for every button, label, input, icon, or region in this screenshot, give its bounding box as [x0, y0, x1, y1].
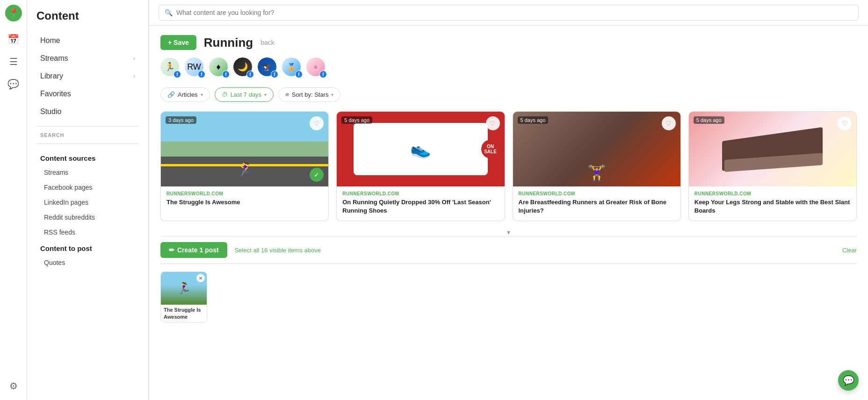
search-input-wrap[interactable]: 🔍 [159, 5, 859, 21]
card-title-3: Are Breastfeeding Runners at Greater Ris… [519, 198, 675, 215]
action-bar: ✏ Create 1 post Select all 16 visible it… [160, 236, 857, 264]
sidebar-item-label: Studio [40, 107, 61, 116]
card-body-3: RUNNERSWORLD.COM Are Breastfeeding Runne… [513, 186, 680, 221]
sidebar-item-streams[interactable]: Streams › [36, 50, 139, 67]
filter-row: 🔗 Articles ▾ ⏱ Last 7 days ▾ ≡ Sort by: … [160, 87, 857, 102]
on-sale-badge: ONSALE [481, 140, 500, 158]
sidebar-title: Content [36, 9, 139, 22]
content-area: + Save Running back 🏃 f RW f ♦ [149, 26, 868, 400]
chat-bubble-button[interactable]: 💬 [838, 370, 859, 391]
nav-list[interactable]: ☰ [4, 52, 23, 71]
card-image-4: 5 days ago ♡ [689, 112, 856, 186]
link-icon: 🔗 [167, 91, 175, 98]
sidebar-item-label: Streams [40, 54, 68, 63]
card-body-1: RUNNERSWORLD.COM The Struggle Is Awesome [161, 186, 328, 212]
avatar-7[interactable]: 🌸 f [306, 57, 327, 78]
card-2: 👟 5 days ago ♡ ONSALE RUNNERSWORLD.COM O… [336, 111, 505, 221]
avatar-5[interactable]: 🦅 f [258, 57, 278, 78]
content-to-post-title: Content to post [36, 240, 139, 255]
chat-icon: 💬 [843, 375, 854, 386]
card-3: 🏋️‍♀️ 5 days ago ♡ RUNNERSWORLD.COM Are … [513, 111, 681, 221]
content-sources-title: Content sources [36, 150, 139, 165]
card-heart-2[interactable]: ♡ [486, 116, 500, 130]
avatar-3[interactable]: ♦ f [209, 57, 230, 78]
card-age-2: 5 days ago [341, 116, 372, 124]
save-button[interactable]: + Save [160, 35, 196, 50]
filter-sort[interactable]: ≡ Sort by: Stars ▾ [278, 87, 340, 102]
card-source-1: RUNNERSWORLD.COM [166, 191, 323, 196]
nav-settings[interactable]: ⚙ [4, 377, 23, 395]
fb-badge: f [222, 71, 230, 78]
card-body-2: RUNNERSWORLD.COM On Running Quietly Drop… [337, 186, 504, 221]
sidebar-item-favorites[interactable]: Favorites [36, 85, 139, 103]
card-age-4: 5 days ago [694, 116, 724, 124]
fb-badge: f [246, 71, 254, 78]
card-1: 🏃‍♀️ 3 days ago ♡ ✓ RUNNERSWORLD.COM The… [160, 111, 329, 221]
search-input[interactable] [176, 9, 853, 16]
message-icon: 💬 [7, 79, 19, 90]
chevron-right-icon: › [133, 55, 135, 62]
filter-timerange[interactable]: ⏱ Last 7 days ▾ [215, 87, 274, 102]
search-icon: 🔍 [165, 9, 173, 16]
sidebar-item-rss[interactable]: RSS feeds [36, 225, 139, 240]
app-logo[interactable]: 📍 [5, 5, 22, 21]
avatar-row: 🏃 f RW f ♦ f 🌙 f [160, 57, 857, 78]
nav-message[interactable]: 💬 [4, 75, 23, 93]
fb-badge: f [198, 71, 205, 78]
card-title-1: The Struggle Is Awesome [166, 198, 323, 207]
card-image-1: 🏃‍♀️ 3 days ago ♡ ✓ [161, 112, 328, 186]
fb-badge: f [295, 71, 303, 78]
content-header: + Save Running back [160, 35, 857, 50]
card-image-3: 🏋️‍♀️ 5 days ago ♡ [513, 112, 680, 186]
avatar-4[interactable]: 🌙 f [233, 57, 254, 78]
sidebar-item-home[interactable]: Home [36, 32, 139, 50]
chevron-down-icon: ▾ [201, 92, 203, 97]
nav-calendar[interactable]: 📅 [4, 30, 23, 49]
icon-bar: 📍 📅 ☰ 💬 ⚙ [0, 0, 27, 400]
card-heart-3[interactable]: ♡ [662, 116, 676, 130]
main-area: 🔍 + Save Running back 🏃 f RW f [149, 0, 868, 400]
sidebar-item-label: Favorites [40, 90, 71, 98]
card-source-3: RUNNERSWORLD.COM [519, 191, 675, 196]
sidebar-item-linkedin[interactable]: LinkedIn pages [36, 195, 139, 210]
sidebar-divider [36, 126, 139, 127]
sidebar-item-quotes[interactable]: Quotes [36, 255, 139, 270]
pin-icon: 📍 [8, 8, 19, 18]
sidebar-item-facebook[interactable]: Facebook pages [36, 180, 139, 195]
filter-sort-label: Sort by: Stars [292, 91, 329, 98]
gear-icon: ⚙ [9, 380, 18, 392]
card-image-2: 👟 5 days ago ♡ ONSALE [337, 112, 504, 186]
card-title-2: On Running Quietly Dropped 30% Off 'Last… [342, 198, 499, 215]
filter-articles-label: Articles [178, 91, 198, 98]
sidebar-item-reddit[interactable]: Reddit subreddits [36, 210, 139, 225]
pencil-icon: ✏ [169, 246, 174, 254]
list-icon: ☰ [9, 56, 18, 67]
sidebar-item-studio[interactable]: Studio [36, 103, 139, 121]
preview-card-1: 🏃‍♀️ The Struggle Is Awesome ✕ [160, 271, 207, 322]
chevron-right-icon: › [133, 73, 135, 79]
clear-link[interactable]: Clear [842, 247, 857, 254]
fb-badge: f [271, 71, 278, 78]
card-title-4: Keep Your Legs Strong and Stable with th… [694, 198, 851, 215]
preview-row: 🏃‍♀️ The Struggle Is Awesome ✕ [160, 271, 857, 322]
sidebar-divider2 [36, 143, 139, 144]
card-age-3: 5 days ago [518, 116, 549, 124]
card-source-4: RUNNERSWORLD.COM [694, 191, 851, 196]
card-heart-4[interactable]: ♡ [838, 116, 852, 130]
shoe-inner: 👟 [354, 123, 488, 175]
card-age-1: 3 days ago [166, 116, 196, 124]
avatar-6[interactable]: 🏅 f [282, 57, 303, 78]
filter-timerange-label: Last 7 days [231, 91, 262, 98]
avatar-1[interactable]: 🏃 f [160, 57, 181, 78]
scroll-down-icon[interactable]: ▾ [160, 229, 857, 236]
create-post-button[interactable]: ✏ Create 1 post [160, 242, 227, 258]
sidebar-item-library[interactable]: Library › [36, 67, 139, 85]
select-all-link[interactable]: Select all 16 visible items above [235, 247, 321, 254]
avatar-2[interactable]: RW f [185, 57, 205, 78]
back-link[interactable]: back [260, 39, 275, 46]
fb-badge: f [174, 71, 181, 78]
card-source-2: RUNNERSWORLD.COM [342, 191, 499, 196]
sidebar-item-streams-sub[interactable]: Streams [36, 165, 139, 180]
calendar-icon: 📅 [7, 34, 19, 45]
filter-articles[interactable]: 🔗 Articles ▾ [160, 87, 210, 102]
